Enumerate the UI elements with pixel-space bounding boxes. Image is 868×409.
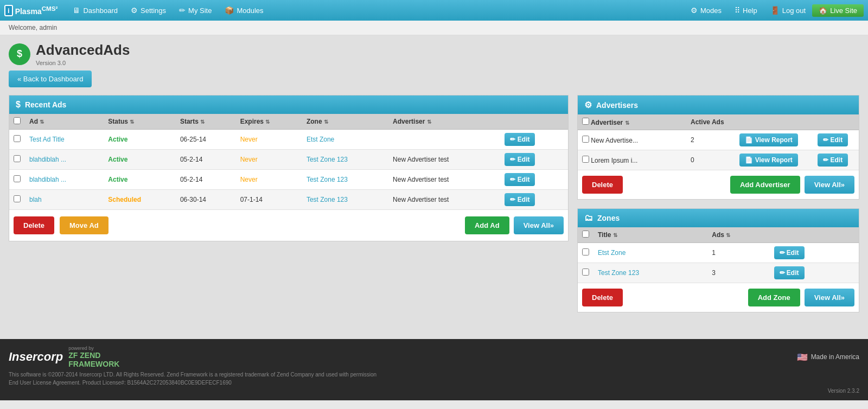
col-zone-checkbox	[578, 227, 593, 243]
zone-title-sort[interactable]: ⇅	[613, 232, 617, 238]
zone-title: Test Zone 123	[593, 263, 707, 283]
add-advertiser-button[interactable]: Add Advertiser	[730, 176, 800, 194]
advertiser-name-sort[interactable]: ⇅	[625, 120, 629, 126]
advertiser-edit-cell: ✏ Edit	[813, 150, 859, 170]
ad-starts: 05-2-14	[176, 150, 236, 170]
ad-zone: Etst Zone	[302, 130, 388, 150]
zone-right-actions: Add Zone View All»	[748, 289, 854, 306]
col-advertiser-name: Advertiser ⇅	[578, 114, 686, 130]
ad-expires: Never	[236, 130, 302, 150]
footer-license: End User License Agreement. Product Lice…	[9, 380, 859, 386]
view-report-button-1[interactable]: 📄 View Report	[739, 154, 797, 167]
advertisers-icon: ⚙	[584, 100, 592, 110]
ad-sort[interactable]: ⇅	[40, 119, 44, 125]
footer-version: Version 2.3.2	[9, 388, 859, 394]
advertiser-sort[interactable]: ⇅	[427, 119, 431, 125]
edit-zone-button-0[interactable]: ✏ Edit	[774, 246, 805, 259]
mysite-icon: ✏	[179, 6, 186, 15]
zone-ads-sort[interactable]: ⇅	[726, 232, 730, 238]
brand-icon: i	[4, 5, 13, 16]
add-zone-button[interactable]: Add Zone	[748, 289, 800, 306]
edit-advertiser-button-0[interactable]: ✏ Edit	[818, 133, 848, 146]
nav-help[interactable]: ⠿ Help	[728, 0, 764, 21]
starts-sort[interactable]: ⇅	[200, 119, 205, 125]
zone-ads-count: 3	[707, 263, 769, 283]
ad-zone: Test Zone 123	[302, 170, 388, 190]
ad-starts: 06-30-14	[176, 190, 236, 210]
col-checkbox	[9, 114, 25, 130]
footer: Insercorp powered by ZF ZENDFRAMEWORK 🇺🇸…	[0, 339, 868, 400]
ad-checkbox-3[interactable]	[14, 195, 21, 202]
ad-checkbox-1[interactable]	[14, 155, 21, 162]
delete-zone-button[interactable]: Delete	[582, 289, 623, 306]
ad-checkbox-0[interactable]	[14, 135, 21, 142]
ad-advertiser: New Advertiser test	[388, 190, 500, 210]
advertiser-edit-cell: ✏ Edit	[813, 130, 859, 150]
edit-zone-button-1[interactable]: ✏ Edit	[774, 266, 805, 279]
nav-modes-label: Modes	[700, 7, 722, 15]
col-edit-action	[813, 114, 859, 130]
advertisers-panel: ⚙ Advertisers Advertiser ⇅ Active Ads	[577, 95, 859, 200]
welcome-bar: Welcome, admin	[0, 21, 868, 35]
nav-logout[interactable]: 🚪 Log out	[764, 0, 812, 21]
top-nav: i PlasmaCMS² 🖥 Dashboard ⚙ Settings ✏ My…	[0, 0, 868, 21]
live-site-label: Live Site	[830, 7, 857, 15]
add-ad-button[interactable]: Add Ad	[465, 216, 509, 234]
nav-dashboard[interactable]: 🖥 Dashboard	[66, 0, 124, 21]
zones-header: 🗂 Zones	[578, 209, 859, 227]
row-checkbox	[9, 150, 25, 170]
col-active-ads: Active Ads	[686, 114, 735, 130]
view-all-advertisers-button[interactable]: View All»	[805, 176, 854, 194]
zone-checkbox-0[interactable]	[582, 248, 589, 255]
ad-starts: 06-25-14	[176, 130, 236, 150]
nav-right: ⚙ Modes ⠿ Help 🚪 Log out 🏠 Live Site	[684, 0, 864, 21]
edit-ad-button-1[interactable]: ✏ Edit	[505, 153, 535, 166]
footer-brand: Insercorp	[9, 350, 63, 364]
advertiser-checkbox-1[interactable]	[582, 156, 589, 163]
delete-ads-button[interactable]: Delete	[14, 216, 54, 234]
zone-sort[interactable]: ⇅	[324, 119, 328, 125]
zone-checkbox-cell	[578, 243, 593, 263]
select-all-advertisers[interactable]	[582, 118, 589, 125]
brand-logo[interactable]: i PlasmaCMS²	[4, 5, 58, 16]
advertiser-report-cell: 📄 View Report	[735, 150, 813, 170]
edit-advertiser-button-1[interactable]: ✏ Edit	[818, 154, 848, 167]
brand-cms: CMS²	[42, 5, 58, 12]
nav-modules[interactable]: 📦 Modules	[218, 0, 270, 21]
footer-zf: powered by ZF ZENDFRAMEWORK	[68, 346, 119, 368]
zone-edit-cell: ✏ Edit	[770, 263, 859, 283]
ad-zone: Test Zone 123	[302, 190, 388, 210]
recent-ads-panel: $ Recent Ads Ad ⇅ Status ⇅ Starts ⇅ Expi…	[9, 95, 569, 241]
live-site-button[interactable]: 🏠 Live Site	[812, 4, 864, 17]
recent-ads-header: $ Recent Ads	[9, 95, 568, 114]
view-report-button-0[interactable]: 📄 View Report	[739, 133, 797, 146]
ad-starts: 05-2-14	[176, 170, 236, 190]
view-all-zones-button[interactable]: View All»	[805, 289, 854, 306]
ad-checkbox-2[interactable]	[14, 175, 21, 182]
ad-advertiser	[388, 130, 500, 150]
back-to-dashboard-button[interactable]: « Back to Dashboard	[9, 71, 92, 87]
expires-sort[interactable]: ⇅	[265, 119, 270, 125]
edit-ad-button-3[interactable]: ✏ Edit	[505, 193, 535, 206]
delete-advertiser-button[interactable]: Delete	[582, 176, 623, 194]
nav-mysite-label: My Site	[188, 7, 212, 15]
advertisers-title: Advertisers	[596, 101, 638, 110]
zones-panel: 🗂 Zones Title ⇅ Ads ⇅ Etst Zone	[577, 208, 859, 312]
edit-ad-button-0[interactable]: ✏ Edit	[505, 133, 535, 146]
advertiser-report-cell: 📄 View Report	[735, 130, 813, 150]
edit-ad-button-2[interactable]: ✏ Edit	[505, 173, 535, 186]
select-all-zones[interactable]	[582, 231, 589, 238]
nav-mysite[interactable]: ✏ My Site	[173, 0, 218, 21]
status-sort[interactable]: ⇅	[130, 119, 134, 125]
advertiser-right-actions: Add Advertiser View All»	[730, 176, 854, 194]
select-all-ads[interactable]	[14, 117, 21, 124]
nav-modes[interactable]: ⚙ Modes	[684, 0, 728, 21]
zone-checkbox-1[interactable]	[582, 269, 589, 276]
view-all-ads-button[interactable]: View All»	[514, 216, 564, 234]
nav-settings[interactable]: ⚙ Settings	[124, 0, 173, 21]
layout: $ Recent Ads Ad ⇅ Status ⇅ Starts ⇅ Expi…	[9, 95, 859, 321]
logout-icon: 🚪	[770, 6, 780, 15]
ad-zone: Test Zone 123	[302, 150, 388, 170]
advertiser-checkbox-0[interactable]	[582, 136, 589, 143]
move-ad-button[interactable]: Move Ad	[60, 216, 108, 234]
